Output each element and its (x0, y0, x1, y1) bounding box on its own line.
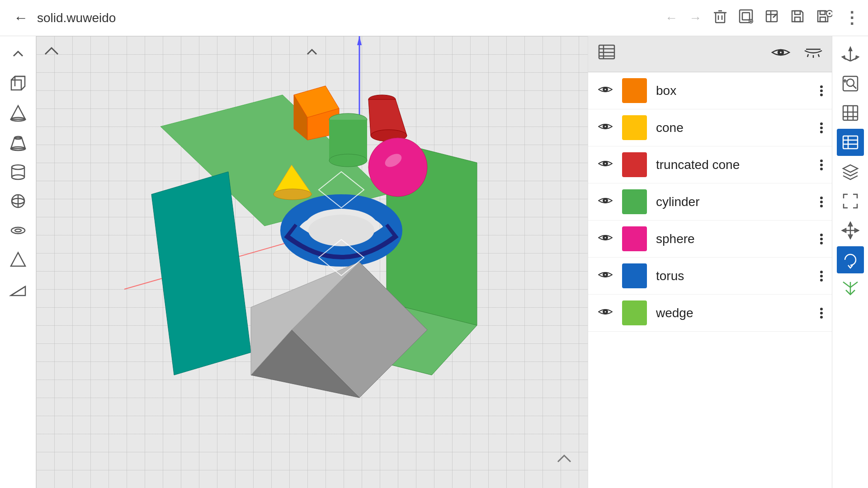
svg-marker-45 (151, 172, 251, 375)
name-cylinder: cylinder (656, 195, 811, 209)
svg-point-75 (779, 51, 782, 54)
svg-point-55 (329, 154, 367, 167)
more-sphere[interactable] (820, 234, 823, 244)
name-wedge: wedge (656, 306, 811, 320)
color-sphere (622, 226, 647, 251)
sidebar-torus-icon[interactable] (5, 217, 32, 244)
save-new-icon[interactable] (816, 9, 832, 27)
add-icon[interactable] (739, 9, 753, 27)
more-wedge[interactable] (820, 308, 823, 319)
svg-marker-99 (856, 56, 859, 59)
name-cone: cone (656, 121, 811, 135)
svg-rect-105 (843, 106, 858, 120)
svg-point-85 (604, 163, 606, 165)
stack-layers-icon[interactable] (837, 158, 864, 185)
back-button[interactable]: ← (9, 7, 33, 28)
sidebar-cone-icon[interactable] (5, 99, 32, 127)
top-toolbar: ← solid.wuweido ← → (0, 0, 868, 36)
rotate-icon[interactable] (837, 246, 864, 273)
svg-point-36 (11, 227, 25, 234)
color-cone (622, 115, 647, 140)
3d-axis-icon[interactable] (837, 41, 864, 68)
move-icon[interactable] (837, 217, 864, 244)
eye-wedge[interactable] (597, 306, 613, 320)
object-row-truncated-cone[interactable]: truncated cone (588, 146, 832, 183)
more-cone[interactable] (820, 122, 823, 133)
svg-marker-38 (11, 253, 25, 266)
toolbar-icons: ← → (665, 9, 859, 28)
more-torus[interactable] (820, 271, 823, 282)
svg-line-40 (11, 286, 25, 296)
object-row-cone[interactable]: cone (588, 109, 832, 146)
more-cylinder[interactable] (820, 197, 823, 207)
object-row-box[interactable]: box (588, 72, 832, 109)
edit-icon[interactable] (764, 9, 779, 27)
svg-line-76 (807, 54, 808, 57)
more-menu-icon[interactable]: ⋮ (844, 9, 859, 28)
sidebar-trunc-icon[interactable] (5, 129, 32, 156)
sidebar-cube-icon[interactable] (5, 70, 32, 97)
object-row-cylinder[interactable]: cylinder (588, 183, 832, 221)
eye-sphere[interactable] (597, 232, 613, 246)
eye-truncated-cone[interactable] (597, 158, 613, 172)
svg-rect-15 (795, 11, 800, 14)
svg-point-52 (274, 189, 311, 200)
svg-line-102 (853, 85, 856, 89)
svg-rect-11 (766, 11, 777, 22)
svg-point-89 (604, 237, 606, 239)
3d-shapes-canvas[interactable] (36, 36, 588, 488)
viewport[interactable] (36, 36, 588, 488)
object-list: box cone (588, 72, 832, 488)
sidebar-sphere-icon[interactable] (5, 188, 32, 215)
grid-view-icon[interactable] (837, 99, 864, 127)
more-box[interactable] (820, 85, 823, 96)
color-torus (622, 263, 647, 288)
color-truncated-cone (622, 152, 647, 177)
svg-rect-110 (843, 136, 858, 149)
svg-point-83 (604, 126, 606, 128)
eye-cylinder[interactable] (597, 195, 613, 209)
save-icon[interactable] (790, 9, 805, 27)
layers-active-icon[interactable] (837, 129, 864, 156)
right-sidebar (832, 36, 868, 488)
right-panel: box cone (588, 36, 832, 488)
svg-marker-42 (357, 36, 362, 45)
svg-point-30 (12, 175, 24, 179)
svg-marker-98 (842, 56, 845, 59)
name-sphere: sphere (656, 232, 811, 246)
eye-box[interactable] (597, 84, 613, 98)
eye-cone[interactable] (597, 121, 613, 135)
object-row-torus[interactable]: torus (588, 258, 832, 295)
nav-back-icon[interactable]: ← (665, 11, 678, 25)
svg-point-93 (604, 311, 606, 313)
delete-icon[interactable] (713, 9, 727, 27)
svg-point-91 (604, 274, 606, 276)
sidebar-cylinder-icon[interactable] (5, 158, 32, 185)
arrow-down-icon[interactable] (837, 276, 864, 303)
svg-point-63 (308, 215, 374, 246)
svg-point-29 (12, 165, 24, 169)
object-row-sphere[interactable]: sphere (588, 221, 832, 258)
panel-eye-open-icon[interactable] (771, 46, 790, 62)
eye-torus[interactable] (597, 269, 613, 283)
object-row-wedge[interactable]: wedge (588, 295, 832, 332)
color-wedge (622, 300, 647, 325)
sidebar-pyramid-icon[interactable] (5, 246, 32, 273)
name-box: box (656, 84, 811, 98)
panel-eye-closed-icon[interactable] (804, 46, 823, 62)
fullscreen-icon[interactable] (837, 188, 864, 215)
search-view-icon[interactable] (837, 70, 864, 97)
color-box (622, 78, 647, 103)
nav-forward-icon[interactable]: → (689, 11, 702, 25)
svg-point-101 (847, 79, 854, 86)
sidebar-wedge-icon[interactable] (5, 276, 32, 303)
color-cylinder (622, 189, 647, 214)
left-sidebar (0, 36, 36, 488)
panel-list-icon[interactable] (597, 42, 616, 66)
svg-rect-16 (820, 17, 826, 22)
svg-rect-0 (716, 13, 725, 23)
more-truncated-cone[interactable] (820, 160, 823, 170)
panel-header (588, 36, 832, 72)
svg-rect-14 (795, 17, 800, 22)
sidebar-expand-icon[interactable] (5, 41, 32, 68)
